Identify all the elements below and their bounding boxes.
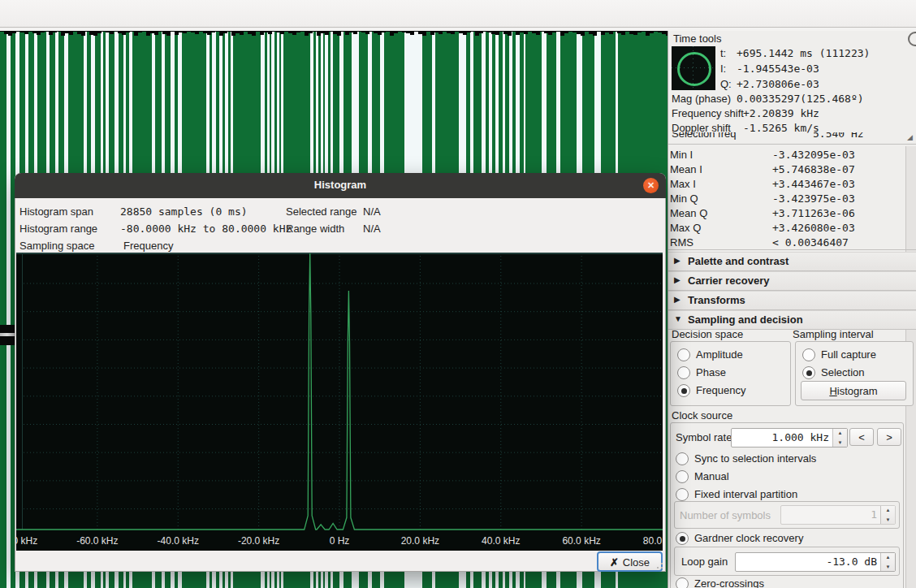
close-button-label: Close	[623, 556, 650, 569]
x-tick-label: -60.0 kHz	[76, 535, 118, 547]
dialog-title: Histogram	[15, 179, 666, 191]
radio-checked-icon	[676, 532, 689, 545]
radio-unchecked-icon	[676, 577, 689, 588]
radio-unchecked-icon	[676, 470, 689, 483]
measurement-value-max-i: +3.443467e-03	[772, 178, 855, 190]
section-label: Sampling and decision	[688, 313, 803, 326]
radio-checked-icon	[677, 384, 690, 397]
range-width-value: N/A	[363, 223, 381, 235]
radio-unchecked-icon	[677, 348, 690, 361]
t-label: t:	[720, 47, 726, 59]
frequency-shift-label: Frequency shift	[672, 107, 744, 119]
radio-label: Gardner clock recovery	[694, 532, 803, 544]
close-icon[interactable]: ✕	[643, 178, 659, 193]
section-header-carrier-recovery[interactable]: ▶Carrier recovery	[668, 271, 916, 291]
spin-arrows-icon[interactable]: ▲▼	[832, 429, 847, 447]
radio-label: Frequency	[696, 384, 745, 396]
measurement-value-min-i: -3.432095e-03	[772, 149, 855, 161]
t-value: +695.1442 ms (111223)	[737, 47, 870, 59]
frequency-marker[interactable]	[0, 325, 15, 345]
histogram-plot-svg: -80.0 kHz-60.0 kHz-40.0 kHz-20.0 kHz0 Hz…	[16, 253, 663, 551]
radio-label: Manual	[694, 470, 729, 482]
histogram-range-label: Histogram range	[19, 223, 97, 235]
decision-space-label: Decision space	[672, 328, 743, 340]
q-label: Q:	[720, 78, 732, 90]
pin-icon[interactable]	[908, 32, 916, 46]
measurement-value-rms: < 0.00346407	[772, 236, 849, 249]
i-label: I:	[720, 63, 726, 75]
selected-range-label: Selected range	[286, 205, 356, 218]
symbol-rate-prev-button[interactable]: <	[849, 428, 874, 446]
radio-unchecked-icon	[802, 348, 815, 361]
measurement-value-mean-i: +5.746838e-07	[772, 163, 855, 175]
resize-grip-icon[interactable]: ◢	[907, 133, 913, 141]
range-width-label: Range width	[286, 223, 344, 235]
clock-source-group: Symbol rate 1.000 kHz ▲▼ < > Sync to sel…	[670, 422, 904, 588]
section-label: Carrier recovery	[688, 275, 769, 287]
q-value: +2.730806e-03	[737, 78, 819, 90]
radio-label: Fixed interval partition	[694, 488, 797, 500]
radio-unchecked-icon	[677, 366, 690, 379]
chevron-right-icon: ▶	[674, 295, 681, 304]
radio-label: Phase	[696, 366, 726, 378]
radio-label: Zero-crossings	[694, 577, 764, 588]
x-tick-label: -40.0 kHz	[158, 535, 199, 547]
waterfall-bar	[0, 31, 6, 588]
close-button[interactable]: ✗Close	[597, 551, 663, 572]
x-tick-label: 60.0 kHz	[562, 535, 600, 547]
measurement-label-mean-q: Mean Q	[670, 207, 707, 219]
frequency-shift-value: +2.20839 kHz	[743, 107, 819, 119]
histogram-range-value: -80.0000 kHz to 80.0000 kHz	[120, 223, 292, 235]
radio-checked-icon	[802, 366, 815, 379]
measurement-value-min-q: -3.423975e-03	[772, 192, 855, 205]
close-x-icon: ✗	[610, 556, 619, 569]
radio-label: Selection	[821, 366, 864, 378]
symbol-rate-value: 1.000 kHz	[772, 431, 829, 443]
section-header-palette-and-contrast[interactable]: ▶Palette and contrast	[668, 252, 916, 271]
loop-gain-label: Loop gain	[681, 556, 728, 568]
number-of-symbols-label: Number of symbols	[680, 509, 771, 521]
selection-freq-row-clipped: Selection freq 5.540 Hz	[668, 132, 904, 141]
sampling-interval-label: Sampling interval	[793, 328, 874, 340]
x-tick-label: 0 Hz	[330, 535, 350, 547]
clock-source-label: Clock source	[672, 409, 732, 422]
dialog-resize-grip[interactable]	[654, 560, 663, 569]
histogram-span-value: 28850 samples (0 ms)	[120, 205, 248, 218]
selection-freq-label: Selection freq	[672, 132, 737, 140]
sampling-interval-group: Histogram Full captureSelection	[795, 341, 914, 406]
x-tick-label: 40.0 kHz	[482, 535, 520, 547]
number-of-symbols-spinbox: 1 ▲▼	[780, 505, 896, 525]
histogram-plot[interactable]: -80.0 kHz-60.0 kHz-40.0 kHz-20.0 kHz0 Hz…	[16, 253, 663, 551]
symbol-rate-spinbox[interactable]: 1.000 kHz ▲▼	[731, 428, 848, 447]
measurement-label-rms: RMS	[670, 236, 693, 249]
histogram-dialog: Histogram ✕ Histogram span 28850 samples…	[15, 173, 666, 572]
dialog-titlebar[interactable]: Histogram ✕	[15, 173, 666, 198]
measurement-label-min-q: Min Q	[670, 192, 698, 205]
time-tools-title: Time tools	[673, 32, 721, 45]
number-of-symbols-value: 1	[871, 508, 877, 521]
radio-unchecked-icon	[676, 488, 689, 501]
spin-arrows-icon: ▲▼	[880, 506, 895, 524]
divider	[668, 144, 916, 145]
x-tick-label: -20.0 kHz	[238, 535, 279, 547]
x-tick-label: -80.0 kHz	[16, 535, 37, 547]
section-label: Transforms	[688, 294, 745, 306]
spin-arrows-icon[interactable]: ▲▼	[880, 553, 895, 571]
x-tick-label: 80.0 kHz	[643, 535, 663, 547]
section-header-transforms[interactable]: ▶Transforms	[668, 291, 916, 310]
symbol-rate-label: Symbol rate	[676, 431, 732, 443]
divider	[668, 249, 916, 250]
symbol-rate-next-button[interactable]: >	[877, 428, 901, 446]
section-header-sampling-and-decision[interactable]: ▼Sampling and decision	[668, 310, 916, 330]
sampling-space-label: Sampling space	[19, 240, 95, 252]
loop-gain-spinbox[interactable]: -13.0 dB ▲▼	[735, 552, 896, 572]
section-label: Palette and contrast	[688, 255, 789, 267]
sampling-space-value: Frequency	[123, 240, 173, 252]
chevron-right-icon: ▶	[674, 275, 681, 284]
selected-range-value: N/A	[363, 205, 381, 218]
measurement-label-max-q: Max Q	[670, 222, 701, 234]
radio-label: Sync to selection intervals	[694, 452, 816, 465]
radio-label: Full capture	[821, 348, 876, 361]
histogram-button[interactable]: Histogram	[801, 381, 906, 400]
loop-gain-group: Loop gain -13.0 dB ▲▼	[674, 547, 900, 576]
